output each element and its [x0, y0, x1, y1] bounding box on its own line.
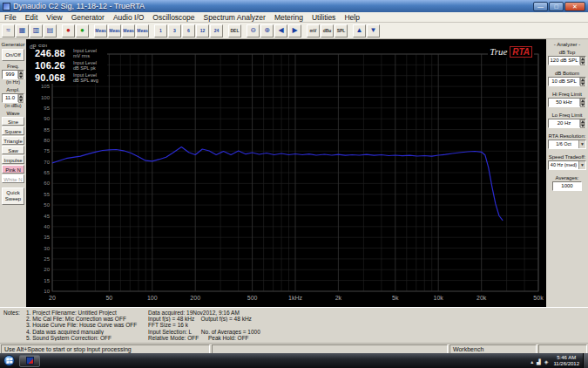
spin-down-button[interactable] [580, 61, 585, 65]
db-bottom-spin-arrows [579, 78, 585, 85]
run-button[interactable]: ● [76, 24, 89, 37]
resolution-3-button[interactable]: 3 [168, 24, 181, 37]
meas-3-button[interactable]: Meas [122, 24, 135, 37]
resolution-24-button-icon: 24 [214, 28, 220, 33]
note-row: 2. Mic Cal File: Mic Correction was OFFI… [26, 316, 585, 322]
menu-item-oscilloscope[interactable]: Oscilloscope [148, 12, 199, 22]
spin-down-button[interactable] [580, 82, 585, 86]
svg-text:10: 10 [44, 289, 50, 294]
oscilloscope-view-button[interactable]: ▦ [16, 24, 29, 37]
clock-time: 5:46 AM [553, 355, 579, 361]
menu-item-view[interactable]: View [42, 12, 66, 22]
menu-item-audio-i-o[interactable]: Audio I/O [109, 12, 148, 22]
freq-spinner[interactable]: 999 [2, 70, 24, 79]
svg-text:50: 50 [105, 295, 112, 301]
readout-value: 106.26 [35, 60, 71, 71]
menu-item-spectrum-analyzer[interactable]: Spectrum Analyzer [199, 12, 270, 22]
hidden-icons-arrow[interactable]: ▴ [531, 359, 533, 365]
resolution-6-button[interactable]: 6 [182, 24, 195, 37]
freq-unit-label: (in Hz) [0, 79, 26, 85]
window-controls: — □ ✕ [533, 2, 585, 11]
svg-text:60: 60 [44, 181, 50, 186]
wave-saw-button[interactable]: Saw [2, 146, 24, 154]
meas-4-button[interactable]: Meas [136, 24, 149, 37]
pan-left-button[interactable]: ◀ [274, 24, 287, 37]
speed-tradeoff-select[interactable]: 40 Hz (med) ▼ [548, 160, 586, 170]
wave-square-button[interactable]: Square [2, 126, 24, 135]
wave-impulse-button[interactable]: Impulse [2, 155, 24, 164]
generator-wave-button-icon: ≈ [6, 27, 10, 34]
meas-1-button[interactable]: Meas [94, 24, 107, 37]
spectrum-view-button[interactable]: ▤ [44, 24, 57, 37]
delete-button-icon: DEL [231, 28, 240, 33]
svg-text:100: 100 [147, 295, 158, 301]
generator-on-off-button[interactable]: On/Off [2, 49, 24, 61]
minimize-button[interactable]: — [533, 2, 548, 11]
scale-up-button[interactable]: ▲ [353, 24, 366, 37]
stop-button[interactable]: ● [62, 24, 75, 37]
rta-view-button[interactable]: ▥ [30, 24, 43, 37]
freq-label: Freq. [0, 64, 26, 69]
hi-freq-limit-label: Hi Freq Limit [546, 92, 588, 97]
generator-wave-button[interactable]: ≈ [2, 24, 15, 37]
resolution-3-button-icon: 3 [173, 28, 176, 33]
volume-icon[interactable]: ◈ [544, 359, 549, 365]
units-spl-button[interactable]: SPL [335, 24, 348, 37]
scale-down-button[interactable]: ▼ [367, 24, 380, 37]
meas-3-button-icon: Meas [123, 28, 134, 33]
show-desktop-button[interactable] [583, 353, 588, 368]
hi-freq-limit-spinner[interactable]: 50 kHz [548, 98, 586, 107]
resolution-24-button[interactable]: 24 [210, 24, 223, 37]
db-bottom-spinner[interactable]: 10 dB SPL [548, 77, 586, 86]
resolution-1-button[interactable]: 1 [154, 24, 167, 37]
taskbar: ▴▟◈ 5:46 AM 11/26/2012 [0, 353, 588, 368]
lo-freq-spin-arrows [579, 119, 585, 127]
wave-white-n-button[interactable]: White N [2, 174, 24, 183]
wave-sine-button[interactable]: Sine [2, 117, 24, 126]
title-bar[interactable]: Dynaudio C2 Sig, 11-18-12 - TrueRTA — □ … [0, 0, 588, 12]
ampl-spinner[interactable]: 11.0 [2, 93, 24, 103]
units-dbu-button[interactable]: dBu [321, 24, 334, 37]
taskbar-app-truerta-button[interactable] [19, 355, 40, 367]
resolution-12-button[interactable]: 12 [196, 24, 209, 37]
pan-right-button[interactable]: ▶ [288, 24, 301, 37]
dropdown-arrow-icon[interactable]: ▼ [578, 140, 585, 148]
close-button[interactable]: ✕ [564, 2, 585, 11]
spin-down-button[interactable] [580, 103, 585, 107]
start-button[interactable] [2, 354, 17, 367]
taskbar-clock[interactable]: 5:46 AM 11/26/2012 [550, 355, 583, 366]
menu-item-metering[interactable]: Metering [270, 12, 308, 22]
analyzer-panel-title: - Analyzer - [546, 42, 588, 47]
wave-pink-n-button[interactable]: Pink N [2, 165, 24, 174]
svg-text:20k: 20k [476, 295, 487, 301]
zoom-out-button[interactable]: ⊖ [247, 24, 260, 37]
meas-4-button-icon: Meas [137, 28, 148, 33]
maximize-button[interactable]: □ [549, 2, 564, 11]
menu-item-utilities[interactable]: Utilities [308, 12, 340, 22]
units-mv-button[interactable]: mV [307, 24, 320, 37]
meas-2-button[interactable]: Meas [108, 24, 121, 37]
menu-item-file[interactable]: File [0, 12, 21, 22]
svg-text:1kHz: 1kHz [288, 295, 302, 301]
zoom-in-button[interactable]: ⊕ [260, 24, 274, 37]
menu-item-generator[interactable]: Generator [67, 12, 109, 22]
rta-resolution-select[interactable]: 1/6 Oct ▼ [548, 140, 586, 149]
menu-item-edit[interactable]: Edit [21, 12, 43, 22]
db-top-spinner[interactable]: 120 dB SPL [548, 56, 586, 65]
svg-text:100: 100 [41, 95, 51, 100]
db-top-value: 120 dB SPL [549, 57, 579, 65]
network-icon[interactable]: ▟ [537, 359, 541, 365]
quick-sweep-button[interactable]: Quick Sweep [2, 187, 24, 205]
delete-button[interactable]: DEL [228, 24, 241, 37]
menu-item-help[interactable]: Help [340, 12, 363, 22]
spin-down-button[interactable] [580, 124, 585, 128]
wave-triangle-button[interactable]: Triangle [2, 136, 24, 145]
dropdown-arrow-icon[interactable]: ▼ [578, 161, 585, 169]
truerta-app-icon [26, 357, 34, 365]
clock-date: 11/26/2012 [553, 361, 579, 367]
lo-freq-limit-spinner[interactable]: 20 Hz [548, 119, 586, 128]
ampl-value: 11.0 [3, 94, 17, 102]
scale-down-button-icon: ▼ [370, 27, 377, 34]
svg-text:50k: 50k [533, 295, 544, 301]
svg-text:40: 40 [44, 224, 50, 229]
